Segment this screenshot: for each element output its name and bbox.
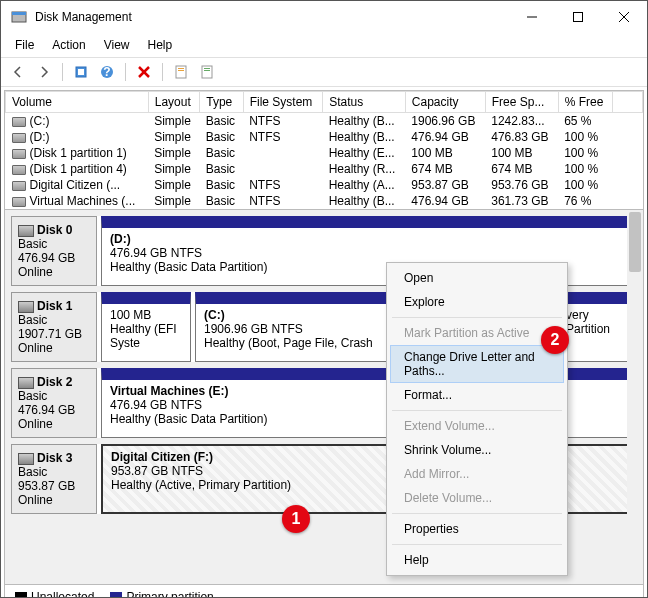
- help-button[interactable]: ?: [96, 61, 118, 83]
- cell-capacity: 953.87 GB: [405, 177, 485, 193]
- properties-button[interactable]: [170, 61, 192, 83]
- delete-button[interactable]: [133, 61, 155, 83]
- cell-layout: Simple: [148, 177, 200, 193]
- minimize-button[interactable]: [509, 1, 555, 33]
- col-pctfree[interactable]: % Free: [558, 92, 612, 113]
- ctx-extend: Extend Volume...: [390, 414, 564, 438]
- vertical-scrollbar[interactable]: [627, 210, 643, 584]
- ctx-separator: [392, 513, 562, 514]
- disk-label[interactable]: Disk 2Basic476.94 GBOnline: [11, 368, 97, 438]
- cell-type: Basic: [200, 177, 243, 193]
- context-menu: Open Explore Mark Partition as Active Ch…: [386, 262, 568, 576]
- table-row[interactable]: Virtual Machines (...SimpleBasicNTFSHeal…: [6, 193, 643, 209]
- ctx-separator: [392, 317, 562, 318]
- disk-icon: [18, 377, 34, 389]
- cell-fs: NTFS: [243, 177, 323, 193]
- menu-help[interactable]: Help: [140, 35, 181, 55]
- disk-name: Disk 1: [37, 299, 72, 313]
- disk-label[interactable]: Disk 1Basic1907.71 GBOnline: [11, 292, 97, 362]
- cell-capacity: 476.94 GB: [405, 129, 485, 145]
- table-row[interactable]: (Disk 1 partition 1)SimpleBasicHealthy (…: [6, 145, 643, 161]
- refresh-button[interactable]: [70, 61, 92, 83]
- cell-layout: Simple: [148, 113, 200, 130]
- svg-rect-3: [574, 13, 583, 22]
- disk-label[interactable]: Disk 3Basic953.87 GBOnline: [11, 444, 97, 514]
- drive-icon: [12, 165, 26, 175]
- menu-file[interactable]: File: [7, 35, 42, 55]
- scrollbar-thumb[interactable]: [629, 212, 641, 272]
- svg-rect-17: [204, 70, 210, 71]
- partition-status: Healthy (EFI Syste: [110, 322, 182, 350]
- ctx-open[interactable]: Open: [390, 266, 564, 290]
- disk-type: Basic: [18, 389, 90, 403]
- disk-icon: [18, 225, 34, 237]
- cell-pct: 100 %: [558, 161, 612, 177]
- volume-name: (Disk 1 partition 4): [30, 162, 127, 176]
- ctx-format[interactable]: Format...: [390, 383, 564, 407]
- ctx-help[interactable]: Help: [390, 548, 564, 572]
- menu-bar: File Action View Help: [1, 33, 647, 57]
- forward-button[interactable]: [33, 61, 55, 83]
- col-layout[interactable]: Layout: [148, 92, 200, 113]
- legend: Unallocated Primary partition: [5, 584, 643, 598]
- drive-icon: [12, 197, 26, 207]
- col-volume[interactable]: Volume: [6, 92, 149, 113]
- cell-fs: [243, 145, 323, 161]
- cell-free: 1242.83...: [485, 113, 558, 130]
- table-row[interactable]: (D:)SimpleBasicNTFSHealthy (B...476.94 G…: [6, 129, 643, 145]
- close-button[interactable]: [601, 1, 647, 33]
- svg-rect-15: [202, 66, 212, 78]
- back-button[interactable]: [7, 61, 29, 83]
- table-row[interactable]: Digital Citizen (...SimpleBasicNTFSHealt…: [6, 177, 643, 193]
- disk-label[interactable]: Disk 0Basic476.94 GBOnline: [11, 216, 97, 286]
- toolbar: ?: [1, 57, 647, 87]
- ctx-properties[interactable]: Properties: [390, 517, 564, 541]
- col-capacity[interactable]: Capacity: [405, 92, 485, 113]
- cell-capacity: 674 MB: [405, 161, 485, 177]
- svg-rect-1: [12, 12, 26, 15]
- table-row[interactable]: (Disk 1 partition 4)SimpleBasicHealthy (…: [6, 161, 643, 177]
- col-status[interactable]: Status: [323, 92, 406, 113]
- cell-type: Basic: [200, 161, 243, 177]
- cell-free: 361.73 GB: [485, 193, 558, 209]
- cell-free: 953.76 GB: [485, 177, 558, 193]
- ctx-change-letter[interactable]: Change Drive Letter and Paths...: [390, 345, 564, 383]
- action-button[interactable]: [196, 61, 218, 83]
- volume-name: Digital Citizen (...: [30, 178, 121, 192]
- volume-name: Virtual Machines (...: [30, 194, 136, 208]
- svg-rect-12: [176, 66, 186, 78]
- cell-pct: 65 %: [558, 113, 612, 130]
- menu-view[interactable]: View: [96, 35, 138, 55]
- maximize-button[interactable]: [555, 1, 601, 33]
- window-title: Disk Management: [35, 10, 509, 24]
- svg-rect-13: [178, 68, 184, 69]
- cell-type: Basic: [200, 145, 243, 161]
- cell-type: Basic: [200, 113, 243, 130]
- col-type[interactable]: Type: [200, 92, 243, 113]
- partition-title: (D:): [110, 232, 628, 246]
- disk-name: Disk 0: [37, 223, 72, 237]
- ctx-explore[interactable]: Explore: [390, 290, 564, 314]
- cell-capacity: 476.94 GB: [405, 193, 485, 209]
- badge-1: 1: [282, 505, 310, 533]
- col-freesp[interactable]: Free Sp...: [485, 92, 558, 113]
- table-row[interactable]: (C:)SimpleBasicNTFSHealthy (B...1906.96 …: [6, 113, 643, 130]
- separator: [62, 63, 63, 81]
- svg-rect-7: [78, 69, 84, 75]
- partition[interactable]: very Partition: [557, 292, 637, 362]
- drive-icon: [12, 117, 26, 127]
- disk-type: Basic: [18, 465, 90, 479]
- col-spacer: [613, 92, 643, 113]
- cell-free: 100 MB: [485, 145, 558, 161]
- table-header-row: Volume Layout Type File System Status Ca…: [6, 92, 643, 113]
- col-fs[interactable]: File System: [243, 92, 323, 113]
- cell-fs: NTFS: [243, 129, 323, 145]
- menu-action[interactable]: Action: [44, 35, 93, 55]
- svg-text:?: ?: [103, 65, 110, 79]
- volume-name: (C:): [30, 114, 50, 128]
- ctx-shrink[interactable]: Shrink Volume...: [390, 438, 564, 462]
- cell-pct: 100 %: [558, 145, 612, 161]
- partition[interactable]: 100 MBHealthy (EFI Syste: [101, 292, 191, 362]
- ctx-mirror: Add Mirror...: [390, 462, 564, 486]
- cell-type: Basic: [200, 129, 243, 145]
